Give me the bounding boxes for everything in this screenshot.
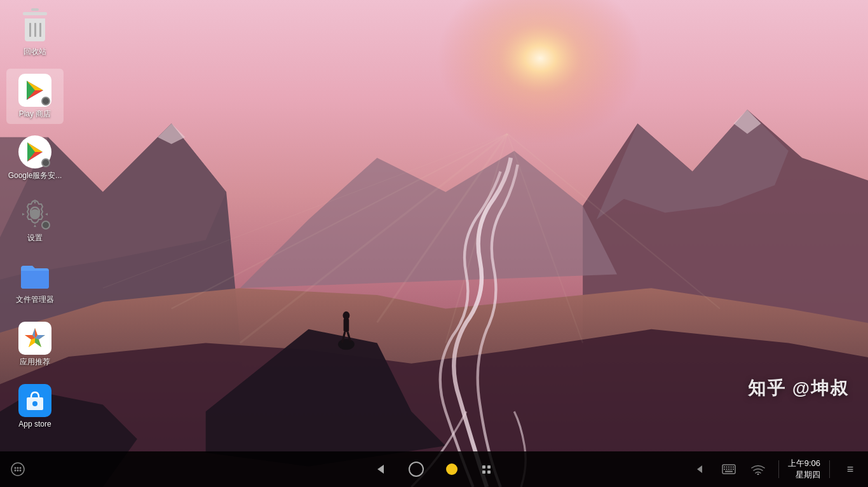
svg-rect-59 <box>724 467 725 468</box>
taskbar-left <box>6 458 688 481</box>
date-text: 星期四 <box>788 469 820 481</box>
recent-button[interactable] <box>440 458 463 481</box>
svg-rect-65 <box>726 469 727 470</box>
wifi-button[interactable] <box>747 458 770 481</box>
trash-label: 回收站 <box>24 47 46 57</box>
svg-marker-38 <box>35 338 41 347</box>
time-display: 上午9:06 星期四 <box>788 458 820 481</box>
watermark: 知乎 @坤叔 <box>748 376 849 401</box>
svg-point-44 <box>11 463 24 476</box>
scroll-left-button[interactable] <box>688 458 711 481</box>
svg-rect-53 <box>482 465 485 469</box>
trash-icon <box>18 11 51 45</box>
svg-rect-64 <box>724 469 725 470</box>
file-manager-icon <box>18 259 51 292</box>
svg-point-50 <box>20 470 22 472</box>
svg-point-47 <box>20 467 22 469</box>
app-store-label: App store <box>18 420 51 430</box>
svg-rect-56 <box>487 470 491 474</box>
svg-point-45 <box>15 467 17 469</box>
time-text: 上午9:06 <box>788 458 820 469</box>
file-manager-icon-item[interactable]: 文件管理器 <box>6 254 64 310</box>
svg-rect-67 <box>730 469 731 470</box>
taskbar-separator-2 <box>829 460 830 478</box>
svg-marker-39 <box>29 338 35 347</box>
taskbar: 上午9:06 星期四 ≡ <box>0 451 868 487</box>
google-services-icon-item[interactable]: Google服务安... <box>6 130 64 186</box>
play-store-icon-item[interactable]: Play 商店 <box>6 69 64 125</box>
svg-rect-54 <box>487 465 491 469</box>
app-drawer-button[interactable] <box>476 458 499 481</box>
svg-point-49 <box>17 470 19 472</box>
svg-point-70 <box>757 474 759 476</box>
trash-icon-item[interactable]: 回收站 <box>6 6 64 62</box>
home-button[interactable] <box>405 458 428 481</box>
svg-marker-51 <box>377 465 384 474</box>
file-manager-label: 文件管理器 <box>16 295 54 305</box>
app-recommend-icon <box>18 322 51 355</box>
svg-rect-60 <box>726 467 727 468</box>
svg-rect-69 <box>725 471 733 472</box>
play-store-label: Play 商店 <box>19 109 51 120</box>
settings-icon <box>18 198 51 231</box>
settings-icon-item[interactable]: 设置 <box>6 193 64 249</box>
svg-rect-61 <box>728 467 729 468</box>
taskbar-nav <box>369 458 499 481</box>
back-button[interactable] <box>369 458 392 481</box>
app-store-icon <box>18 384 51 417</box>
svg-rect-66 <box>728 469 729 470</box>
svg-rect-55 <box>482 470 485 474</box>
app-recommend-icon-item[interactable]: 应用推荐 <box>6 317 64 373</box>
keyboard-button[interactable] <box>717 458 740 481</box>
desktop-icons: 回收站 Play 商店 <box>6 6 64 434</box>
app-store-icon-item[interactable]: App store <box>6 379 64 435</box>
menu-button[interactable] <box>6 458 29 481</box>
google-services-icon <box>18 135 51 168</box>
svg-point-46 <box>17 467 19 469</box>
svg-rect-62 <box>730 467 731 468</box>
svg-point-52 <box>446 463 458 475</box>
svg-point-48 <box>15 470 17 472</box>
taskbar-separator <box>778 460 779 478</box>
play-store-icon <box>18 74 51 107</box>
taskbar-right: 上午9:06 星期四 ≡ <box>688 458 862 481</box>
google-services-label: Google服务安... <box>8 171 62 181</box>
more-options-button[interactable]: ≡ <box>839 458 862 481</box>
svg-marker-57 <box>697 465 702 473</box>
settings-label: 设置 <box>27 233 43 244</box>
app-recommend-label: 应用推荐 <box>20 357 50 367</box>
desktop: 回收站 Play 商店 <box>0 0 868 451</box>
svg-rect-68 <box>733 469 734 470</box>
svg-rect-63 <box>733 467 734 468</box>
